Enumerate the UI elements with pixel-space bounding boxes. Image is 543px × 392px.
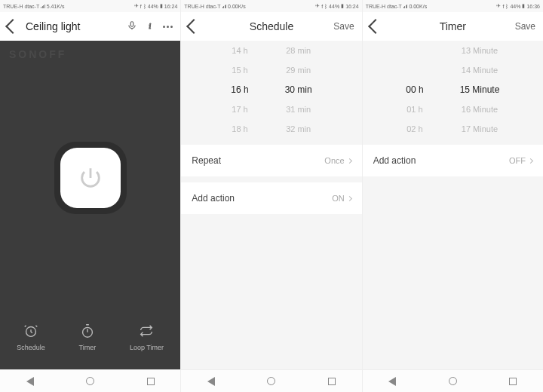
picker-item: 01 h [406,100,422,119]
nav-home-icon[interactable] [449,377,457,385]
picker-item: 15 h [232,60,247,80]
header: Timer Save [363,12,543,41]
battery-icon: ▮ [160,3,163,9]
clock: 16:36 [526,4,540,9]
picker-item: 17 h [232,100,247,119]
picker-item: 14 Minute [462,60,498,80]
info-icon[interactable]: i [145,20,155,33]
chevron-right-icon [528,158,533,163]
net-speed: 5.41K/s [47,4,65,9]
row-value: Once [324,156,344,165]
add-action-row[interactable]: Add action OFF [363,145,543,176]
status-bar: TRUE-H dtac-T 5.41K/s ✈ f ᛒ 44% ▮ 16:24 [0,0,180,12]
battery-icon: ▮ [522,3,525,9]
picker-item-selected: 16 h [231,80,248,100]
telegram-icon: ✈ [134,3,139,9]
picker-item: 16 Minute [462,100,498,119]
row-value: ON [332,194,345,203]
bluetooth-icon: ᛒ [505,4,508,9]
save-button[interactable]: Save [333,21,354,32]
battery-icon: ▮ [341,3,344,9]
carrier: TRUE-H dtac-T [3,4,39,9]
tab-loop-timer[interactable]: Loop Timer [130,323,164,351]
back-icon[interactable] [368,19,383,34]
power-icon [78,165,103,191]
picker-item: 14 h [232,41,247,60]
hour-column[interactable]: 14 h 15 h 16 h 17 h 18 h [231,41,248,139]
picker-item: 29 min [286,60,311,80]
nav-recent-icon[interactable] [147,378,155,385]
picker-item-selected: 30 min [285,80,312,100]
signal-icon [41,4,45,8]
picker-item: 31 min [286,100,311,119]
loop-icon [138,323,155,339]
picker-item-selected: 15 Minute [460,80,500,100]
stopwatch-icon [79,323,96,339]
schedule-body: 14 h 15 h 16 h 17 h 18 h 28 min 29 min 3… [181,41,361,369]
nav-recent-icon[interactable] [328,378,336,385]
minute-column[interactable]: 28 min 29 min 30 min 31 min 32 min [285,41,312,139]
nav-home-icon[interactable] [86,377,94,385]
facebook-icon: f [321,4,323,9]
alarm-icon [23,323,39,339]
tab-label: Schedule [17,344,45,351]
facebook-icon: f [140,4,142,9]
tab-timer[interactable]: Timer [79,323,97,351]
header: Ceiling light i [0,12,180,41]
signal-icon [222,4,227,8]
net-speed: 0.00K/s [409,4,427,9]
hour-column[interactable]: 00 h 01 h 02 h [406,41,423,139]
save-button[interactable]: Save [515,21,535,32]
nav-back-icon[interactable] [26,377,34,386]
picker-item: 17 Minute [462,119,498,139]
carrier: TRUE-H dtac-T [366,4,402,9]
bottom-tabs: Schedule Timer Loop Timer [0,311,180,369]
timer-body: 00 h 01 h 02 h 13 Minute 14 Minute 15 Mi… [363,41,543,369]
status-bar: TRUE-H dtac-T 0.00K/s ✈ f ᛒ 44% ▮ 16:24 [181,0,361,12]
device-title: Ceiling light [26,20,80,32]
phone-schedule: TRUE-H dtac-T 0.00K/s ✈ f ᛒ 44% ▮ 16:24 … [180,0,361,392]
add-action-row[interactable]: Add action ON [181,182,361,214]
power-button[interactable] [54,142,127,214]
tab-schedule[interactable]: Schedule [17,323,45,351]
row-label: Repeat [192,155,221,166]
repeat-row[interactable]: Repeat Once [181,145,361,176]
back-icon[interactable] [5,19,20,34]
android-navbar [181,369,361,392]
picker-item-selected: 00 h [406,80,423,100]
picker-item: 18 h [232,119,247,139]
battery-pct: 44% [329,4,339,9]
clock: 16:24 [345,4,359,9]
time-picker[interactable]: 00 h 01 h 02 h 13 Minute 14 Minute 15 Mi… [363,41,543,139]
carrier: TRUE-H dtac-T [184,4,220,9]
more-icon[interactable] [163,26,173,28]
telegram-icon: ✈ [496,3,501,9]
tab-label: Timer [79,344,97,351]
picker-item: 28 min [286,41,311,60]
device-body: SONOFF Schedule Timer Loop Timer [0,41,180,369]
minute-column[interactable]: 13 Minute 14 Minute 15 Minute 16 Minute … [460,41,500,139]
phone-timer: TRUE-H dtac-T 0.00K/s ✈ f ᛒ 44% ▮ 16:36 … [362,0,543,392]
nav-back-icon[interactable] [207,377,215,386]
mic-icon[interactable] [127,20,137,33]
bluetooth-icon: ᛒ [324,4,327,9]
bluetooth-icon: ᛒ [143,4,146,9]
header: Schedule Save [181,12,361,41]
nav-recent-icon[interactable] [509,378,517,385]
row-label: Add action [192,193,235,204]
back-icon[interactable] [186,19,201,34]
time-picker[interactable]: 14 h 15 h 16 h 17 h 18 h 28 min 29 min 3… [181,41,361,139]
row-value: OFF [509,156,526,165]
row-label: Add action [373,155,416,166]
facebook-icon: f [502,4,504,9]
svg-rect-0 [131,21,134,26]
picker-item: 13 Minute [462,41,498,60]
nav-home-icon[interactable] [267,377,275,385]
net-speed: 0.00K/s [228,4,246,9]
phone-device-control: TRUE-H dtac-T 5.41K/s ✈ f ᛒ 44% ▮ 16:24 … [0,0,180,392]
battery-pct: 44% [510,4,520,9]
signal-icon [403,4,408,8]
status-bar: TRUE-H dtac-T 0.00K/s ✈ f ᛒ 44% ▮ 16:36 [363,0,543,12]
nav-back-icon[interactable] [388,377,396,386]
telegram-icon: ✈ [315,3,320,9]
